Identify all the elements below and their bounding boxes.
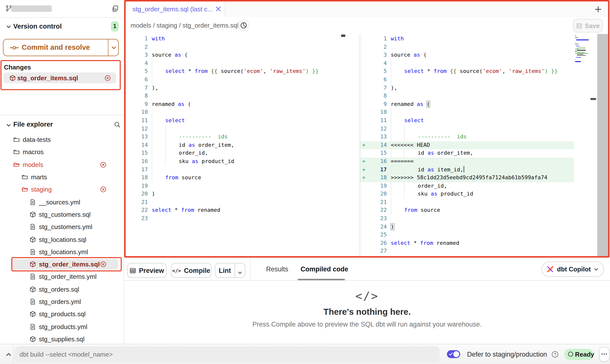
commit-and-resolve-button[interactable]: Commit and resolve [3,39,119,56]
file-tree-item[interactable]: marts [0,171,124,183]
code-line: 18from source [126,174,360,182]
code-line: 19 [126,182,360,190]
minimap[interactable] [575,35,589,63]
folder-icon [13,149,20,155]
toolbar-divider [250,258,251,280]
copilot-button-label: dbt Copilot [557,265,591,273]
sidebar-header [0,0,124,18]
sidebar: Version control 1 Commit and resolve Cha… [0,0,124,344]
chevron-down-icon[interactable] [6,24,11,30]
save-button-label: Save [585,22,600,29]
chevron-up-icon[interactable] [5,351,12,358]
lint-button[interactable]: Lint [215,263,245,278]
save-button[interactable]: Save [573,19,603,33]
code-line: 13---------- ids [126,133,360,141]
plus-icon[interactable] [595,6,602,13]
dbt-copilot-button[interactable]: dbt Copilot [542,262,604,277]
file-tree-item-label: stg_customers.yml [39,223,92,231]
circle-x-icon[interactable] [100,261,106,267]
circle-x-icon[interactable] [100,186,106,193]
search-icon[interactable] [114,121,121,128]
file-tree-item[interactable]: stg_order_items.sql [0,258,124,271]
left-pane-lines: 1with23source as (45select * from {{ sou… [126,35,360,223]
code-line: 11select [126,117,360,125]
file-tree-item[interactable]: staging [0,183,124,196]
changes-label: Changes [4,64,31,71]
editor-tab-active[interactable]: stg_order_items.sql (last c... [128,1,225,17]
file-tree-item[interactable]: stg_customers.yml [0,221,124,233]
left-pane-scrollbar-thumb[interactable] [341,34,345,37]
tab-title: stg_order_items.sql (last c... [133,5,213,13]
code-region: 1with23source as (45select * from {{ sou… [126,34,608,256]
code-line: 13---------- ids [360,133,574,141]
circle-x-icon[interactable] [100,161,106,168]
file-tree-item[interactable]: stg_locations.sql [0,233,124,246]
file-tree-item-label: __sources.yml [39,198,80,206]
tab-results[interactable]: Results [266,258,288,280]
file-tree-item-label: staging [31,186,52,193]
editor-right-pane[interactable]: 1with 2 3source as ( 4 5select * from {{… [360,34,574,256]
file-tree: data-testsmacrosmodelsmartsstaging__sour… [0,133,124,344]
tab-compiled-code[interactable]: Compiled code [301,258,348,280]
file-tree-item[interactable]: data-tests [0,133,124,146]
active-tab-underline [298,279,345,280]
code-line: 5select * from {{ source('ecom', 'raw_it… [126,68,360,76]
copilot-icon [547,265,554,273]
chevron-down-icon [594,267,599,272]
code-line: +16======= [360,158,574,166]
model-icon [30,261,36,267]
version-control-section[interactable]: Version control 1 [0,21,124,32]
file-tree-item[interactable]: macros [0,146,124,159]
preview-button[interactable]: Preview [127,263,167,278]
file-icon [30,274,36,280]
code-line: 10 [360,109,574,117]
model-icon [30,286,36,292]
file-tree-item[interactable]: stg_orders.sql [0,283,124,296]
editor-panel: stg_order_items.sql (last c... models / … [124,0,610,258]
file-tree-item[interactable]: stg_products.yml [0,320,124,333]
status-bar-divider [13,344,14,364]
changed-file-row[interactable]: stg_order_items.sql [3,72,116,83]
code-line: 12 [360,125,574,133]
copy-icon[interactable] [112,5,119,12]
help-icon[interactable]: ? [552,351,558,357]
code-line: 20) [126,190,360,199]
scrollbar-marker[interactable] [590,98,596,100]
lint-dropdown[interactable] [235,265,245,275]
toggle-knob [453,351,459,357]
scrollbar-track[interactable] [597,34,608,256]
empty-state-title: There's nothing here. [323,307,411,317]
file-icon [30,224,36,230]
editor-left-pane[interactable]: 1with23source as (45select * from {{ sou… [126,34,360,256]
ellipsis-icon[interactable]: ⋯ [599,347,609,362]
compile-button[interactable]: </> Compile [171,263,211,278]
defer-toggle[interactable] [447,350,460,358]
changes-count-badge: 1 [111,21,119,32]
chevron-down-icon[interactable] [6,123,11,128]
compiled-code-empty-state: </> There's nothing here. Press Compile … [124,281,610,344]
file-tree-item[interactable]: stg_order_items.yml [0,271,124,283]
lineage-button[interactable] [238,20,249,31]
file-tree-item[interactable]: stg_customers.sql [0,208,124,221]
model-icon [30,236,36,243]
file-tree-item[interactable]: stg_supplies.sql [0,333,124,344]
file-tree-item-label: stg_orders.sql [39,285,79,293]
file-tree-item[interactable]: stg_products.sql [0,308,124,320]
file-tree-item[interactable]: stg_locations.yml [0,246,124,258]
file-tree-item[interactable]: __sources.yml [0,196,124,208]
compile-button-label: Compile [184,267,210,274]
circle-x-icon[interactable] [104,75,111,81]
close-icon[interactable] [216,6,221,11]
file-tree-item-label: stg_locations.sql [39,236,86,243]
file-tree-item-label: stg_orders.yml [39,298,81,305]
file-tree-item[interactable]: models [0,158,124,171]
text-cursor [463,166,464,172]
folder-open-icon [13,161,20,168]
chevron-down-icon[interactable] [111,45,117,51]
code-line: 6 [126,76,360,84]
file-explorer-divider [0,115,124,115]
status-badge[interactable]: Ready [564,348,593,360]
code-line: 9renamed as ( [360,100,574,109]
command-input[interactable]: dbt build --select <model_name> [15,346,439,362]
file-tree-item[interactable]: stg_orders.yml [0,296,124,308]
